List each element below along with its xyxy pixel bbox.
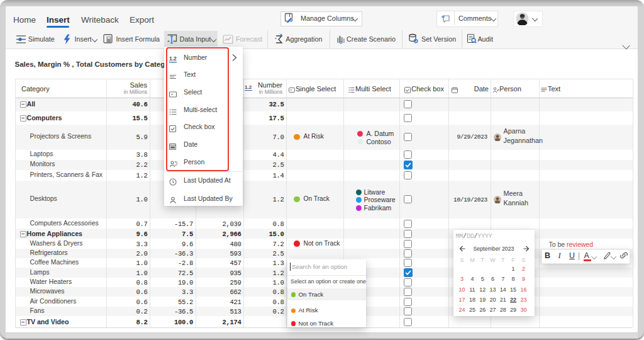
svg-text:1.2: 1.2 [169, 55, 177, 62]
